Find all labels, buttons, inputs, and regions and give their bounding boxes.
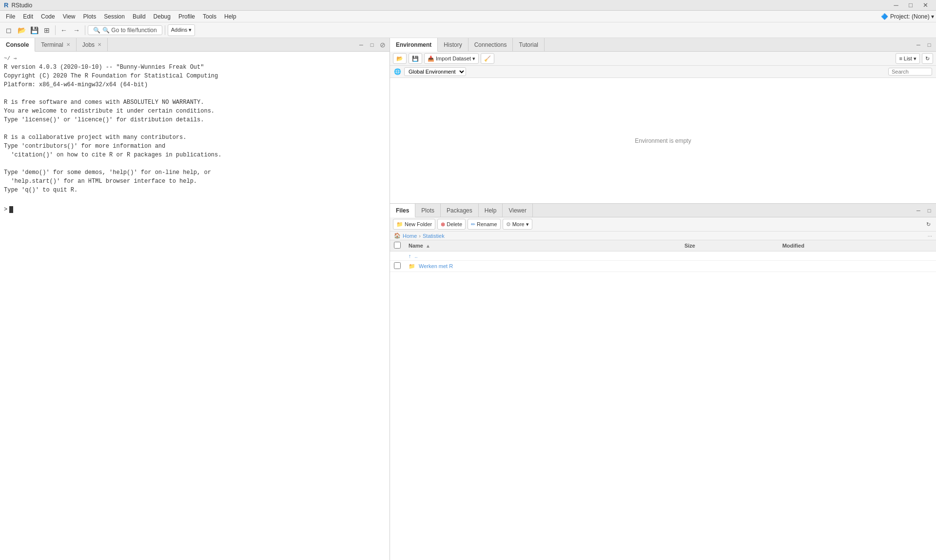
project-selector[interactable]: 🔷 Project: (None) ▾	[881, 13, 934, 20]
files-table: Name ▲ Size Modified ↑ ..	[390, 240, 936, 272]
menu-tools[interactable]: Tools	[199, 12, 220, 21]
gear-icon: ⚙	[506, 221, 511, 228]
folder-icon: 📁	[409, 263, 415, 269]
go-to-file-button[interactable]: 🔍 🔍 Go to file/function	[88, 25, 162, 35]
tab-jobs[interactable]: Jobs ✕	[77, 38, 108, 51]
file-checkbox[interactable]	[394, 262, 401, 269]
back-button[interactable]: ←	[58, 24, 70, 36]
files-tab-label: Files	[396, 207, 409, 214]
rename-button[interactable]: ✏ Rename	[468, 219, 501, 230]
col-modified: Modified	[779, 240, 936, 251]
tab-history[interactable]: History	[438, 38, 468, 51]
parent-folder-link[interactable]: ..	[415, 253, 418, 259]
import-icon: 📥	[428, 56, 434, 62]
menu-session[interactable]: Session	[100, 12, 129, 21]
clear-icon: 🧹	[484, 56, 491, 62]
left-pane-controls: ─ □ ⊘	[356, 38, 390, 51]
right-bottom-maximize[interactable]: □	[924, 206, 934, 215]
menu-edit[interactable]: Edit	[19, 12, 37, 21]
tab-plots[interactable]: Plots	[415, 204, 441, 217]
right-bottom-minimize[interactable]: ─	[914, 206, 923, 215]
jobs-tab-label: Jobs	[82, 41, 95, 48]
global-env-select[interactable]: Global Environment	[404, 67, 466, 76]
toolbar-separator-3	[165, 25, 165, 35]
global-env-icon: 🌐	[394, 68, 401, 75]
left-pane-minimize[interactable]: ─	[356, 40, 366, 50]
table-row: ↑ ..	[390, 251, 936, 261]
menu-debug[interactable]: Debug	[150, 12, 175, 21]
new-folder-button[interactable]: 📁 New Folder	[393, 219, 435, 230]
env-toolbar: 📂 💾 📥 Import Dataset ▾ 🧹 ≡ List ▾	[390, 52, 936, 66]
titlebar-controls: ─ □ ✕	[889, 0, 932, 11]
row-checkbox-cell	[390, 251, 405, 261]
more-button[interactable]: ⚙ More ▾	[503, 219, 532, 230]
new-folder-icon: 📁	[396, 221, 403, 228]
tab-tutorial[interactable]: Tutorial	[513, 38, 545, 51]
right-top-minimize[interactable]: ─	[914, 40, 923, 50]
jobs-close-icon[interactable]: ✕	[98, 42, 101, 47]
tab-connections[interactable]: Connections	[468, 38, 513, 51]
left-pane: Console Terminal ✕ Jobs ✕ ─ □ ⊘ ~/ ⇒ R v…	[0, 38, 390, 560]
forward-button[interactable]: →	[71, 24, 82, 36]
env-clear-button[interactable]: 🧹	[481, 53, 494, 64]
tab-console[interactable]: Console	[0, 38, 35, 52]
files-toolbar: 📁 New Folder ⊗ Delete ✏ Rename ⚙ More ▾	[390, 217, 936, 232]
env-empty-message: Environment is empty	[390, 78, 936, 203]
environment-tab-label: Environment	[396, 41, 431, 48]
env-load-button[interactable]: 📂	[393, 53, 407, 64]
minimize-button[interactable]: ─	[889, 0, 903, 11]
menu-file[interactable]: File	[2, 12, 19, 21]
right-top-maximize[interactable]: □	[924, 40, 934, 50]
env-search-input[interactable]	[888, 68, 932, 76]
titlebar-left: R RStudio	[4, 1, 32, 9]
row-name-cell: 📁 Werken met R	[405, 261, 681, 272]
console-clear-button[interactable]: ⊘	[378, 40, 388, 50]
current-folder-link[interactable]: Statistiek	[423, 233, 445, 239]
tab-terminal[interactable]: Terminal ✕	[35, 38, 76, 51]
files-refresh-button[interactable]: ↻	[923, 219, 933, 229]
terminal-close-icon[interactable]: ✕	[66, 42, 70, 47]
new-file-button[interactable]: ◻	[3, 24, 15, 36]
table-row: 📁 Werken met R	[390, 261, 936, 272]
packages-tab-label: Packages	[447, 207, 472, 214]
row-name-cell: ↑ ..	[405, 251, 681, 261]
files-breadcrumb: 🏠 Home › Statistiek ···	[390, 232, 936, 240]
console-prompt: >	[4, 205, 7, 214]
terminal-tab-label: Terminal	[41, 41, 63, 48]
save-button[interactable]: 💾	[28, 24, 40, 36]
tab-packages[interactable]: Packages	[441, 204, 479, 217]
save-all-button[interactable]: ⊞	[41, 24, 53, 36]
more-label: More ▾	[512, 221, 529, 228]
menu-help[interactable]: Help	[220, 12, 240, 21]
menu-plots[interactable]: Plots	[79, 12, 100, 21]
console-content[interactable]: ~/ ⇒ R version 4.0.3 (2020-10-10) -- "Bu…	[0, 52, 390, 560]
tab-environment[interactable]: Environment	[390, 38, 438, 52]
open-button[interactable]: 📂	[16, 24, 27, 36]
menu-code[interactable]: Code	[37, 12, 59, 21]
addins-button[interactable]: Addins ▾	[168, 24, 195, 36]
menu-build[interactable]: Build	[129, 12, 150, 21]
delete-button[interactable]: ⊗ Delete	[437, 219, 466, 230]
tab-viewer[interactable]: Viewer	[503, 204, 532, 217]
select-all-checkbox[interactable]	[394, 242, 401, 249]
project-label: Project: (None) ▾	[890, 13, 934, 20]
import-dataset-button[interactable]: 📥 Import Dataset ▾	[424, 53, 479, 64]
rename-icon: ✏	[471, 221, 475, 228]
env-refresh-button[interactable]: ↻	[922, 53, 933, 64]
tab-help[interactable]: Help	[479, 204, 503, 217]
menu-view[interactable]: View	[59, 12, 79, 21]
col-name[interactable]: Name ▲	[405, 240, 681, 251]
console-cursor	[9, 206, 13, 213]
maximize-button[interactable]: □	[904, 0, 917, 11]
home-link[interactable]: Home	[403, 233, 417, 239]
left-pane-maximize[interactable]: □	[367, 40, 377, 50]
list-view-button[interactable]: ≡ List ▾	[896, 53, 920, 64]
right-pane: Environment History Connections Tutorial…	[390, 38, 936, 560]
plots-tab-label: Plots	[421, 207, 434, 214]
delete-label: Delete	[447, 221, 462, 227]
menu-profile[interactable]: Profile	[175, 12, 199, 21]
env-save-button[interactable]: 💾	[409, 53, 422, 64]
close-button[interactable]: ✕	[918, 0, 932, 11]
tab-files[interactable]: Files	[390, 204, 415, 217]
folder-link[interactable]: Werken met R	[419, 263, 453, 269]
